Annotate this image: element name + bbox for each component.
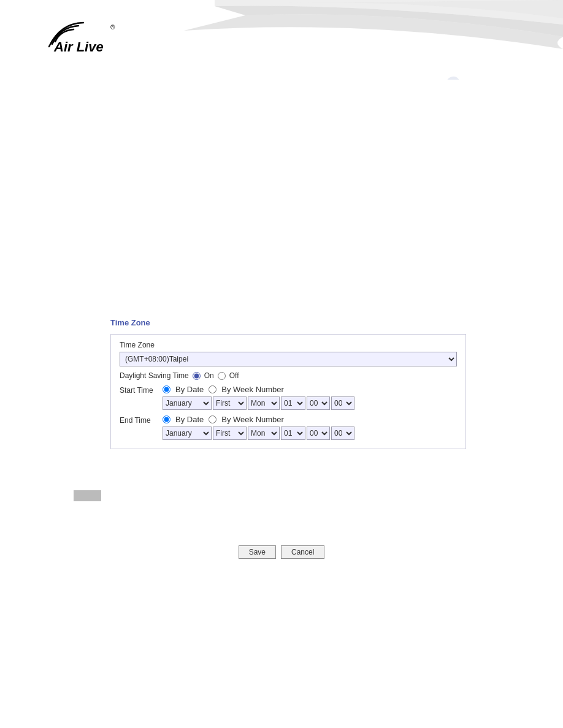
start-by-date-label: By Date — [175, 385, 204, 394]
end-hour-select[interactable]: 0001020304 0506070809 1011121314 1516171… — [307, 427, 330, 440]
form-section-title: Time Zone — [110, 318, 466, 327]
cancel-button[interactable]: Cancel — [281, 545, 324, 559]
start-month-select[interactable]: JanuaryFebruaryMarch AprilMayJune JulyAu… — [163, 396, 212, 410]
end-month-select[interactable]: JanuaryFebruaryMarch AprilMayJune JulyAu… — [163, 427, 212, 440]
start-week-select[interactable]: FirstSecondThirdFourthLast — [213, 396, 247, 410]
end-time-row: End Time By Date By Week Number JanuaryF… — [120, 415, 457, 440]
header: Air Live ® — [0, 0, 563, 80]
timezone-label: Time Zone — [120, 341, 457, 349]
start-time-content: By Date By Week Number JanuaryFebruaryMa… — [163, 385, 354, 410]
start-time-selects: JanuaryFebruaryMarch AprilMayJune JulyAu… — [163, 396, 354, 410]
dst-row: Daylight Saving Time On Off — [120, 371, 457, 380]
end-by-week-label: By Week Number — [221, 415, 284, 424]
dst-label: Daylight Saving Time — [120, 371, 189, 380]
save-button[interactable]: Save — [239, 545, 276, 559]
start-time-options: By Date By Week Number — [163, 385, 354, 394]
end-by-date-label: By Date — [175, 415, 204, 424]
dst-on-label: On — [204, 371, 214, 380]
dst-off-radio[interactable] — [218, 372, 226, 380]
time-zone-form: Time Zone Time Zone (GMT+08:00)Taipei(GM… — [110, 319, 466, 449]
header-decoration — [0, 0, 563, 80]
end-date-select[interactable]: 0102030405 0607080910 1112131415 1617181… — [281, 427, 305, 440]
dst-on-radio[interactable] — [193, 372, 201, 380]
start-time-label: Start Time — [120, 385, 163, 395]
end-day-select[interactable]: MonTueWedThuFriSatSun — [248, 427, 280, 440]
timezone-select[interactable]: (GMT+08:00)Taipei(GMT+00:00)UTC(GMT-05:0… — [120, 352, 457, 366]
form-box: Time Zone (GMT+08:00)Taipei(GMT+00:00)UT… — [110, 334, 466, 449]
end-time-content: By Date By Week Number JanuaryFebruaryMa… — [163, 415, 354, 440]
start-day-select[interactable]: MonTueWedThuFriSatSun — [248, 396, 280, 410]
timezone-field: Time Zone (GMT+08:00)Taipei(GMT+00:00)UT… — [120, 341, 457, 366]
start-by-date-radio[interactable] — [163, 385, 170, 393]
end-week-select[interactable]: FirstSecondThirdFourthLast — [213, 427, 247, 440]
button-row: Save Cancel — [0, 545, 563, 559]
end-time-options: By Date By Week Number — [163, 415, 354, 424]
start-date-select[interactable]: 0102030405 0607080910 1112131415 1617181… — [281, 396, 305, 410]
start-min-select[interactable]: 001020304050 — [331, 396, 354, 410]
main-content: Time Zone Time Zone (GMT+08:00)Taipei(GM… — [0, 80, 563, 728]
start-time-row: Start Time By Date By Week Number Januar… — [120, 385, 457, 410]
start-hour-select[interactable]: 0001020304 0506070809 1011121314 1516171… — [307, 396, 330, 410]
end-time-label: End Time — [120, 415, 163, 425]
start-by-week-radio[interactable] — [209, 385, 216, 393]
end-min-select[interactable]: 001020304050 — [331, 427, 354, 440]
dst-off-label: Off — [229, 371, 239, 380]
end-by-week-radio[interactable] — [209, 415, 216, 423]
end-time-selects: JanuaryFebruaryMarch AprilMayJune JulyAu… — [163, 427, 354, 440]
start-by-week-label: By Week Number — [221, 385, 284, 394]
end-by-date-radio[interactable] — [163, 415, 170, 423]
bottom-box — [74, 490, 101, 501]
